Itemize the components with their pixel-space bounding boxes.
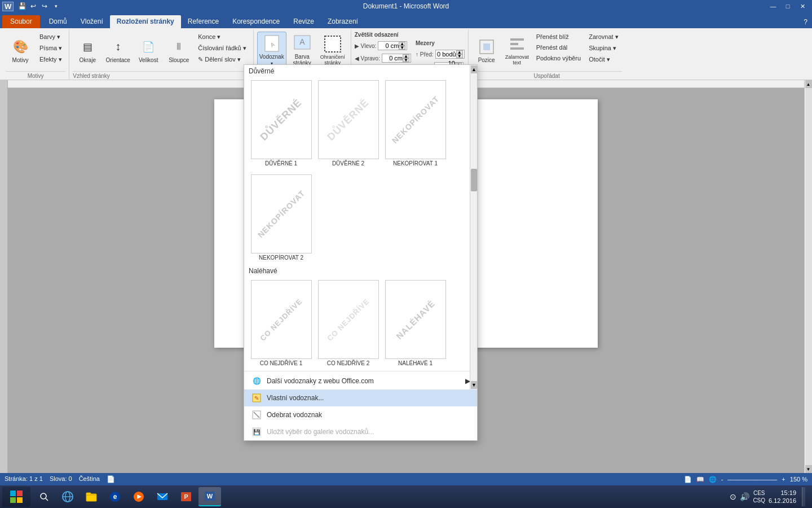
zoom-in-btn[interactable]: + [782, 476, 785, 483]
svg-rect-7 [510, 38, 524, 41]
lang-icon: 📄 [107, 475, 115, 483]
vodoznak-btn[interactable]: A Vodoznak ▾ [257, 32, 286, 68]
tab-korespondence[interactable]: Korespondence [226, 15, 286, 28]
taskbar-mail[interactable] [151, 487, 174, 506]
nekopirovat2-thumb[interactable]: NEKOPÍROVAT NEKOPÍROVAT 2 [249, 173, 314, 262]
ohraniceni-stranky-btn[interactable]: Ohraničení stránky [318, 32, 347, 68]
nekopirovat1-preview: NEKOPÍROVAT [385, 80, 446, 159]
zarovnat-btn[interactable]: Zarovnat ▾ [585, 32, 621, 42]
nekopirovat1-thumb[interactable]: NEKOPÍROVAT NEKOPÍROVAT 1 [383, 78, 448, 168]
view-normal-icon[interactable]: 📄 [684, 476, 692, 483]
redo-qat-btn[interactable]: ↪ [39, 1, 50, 11]
zalamovat-text-btn[interactable]: Zalamovat text [502, 32, 532, 68]
zoom-out-btn[interactable]: - [721, 476, 723, 483]
duvernne2-thumb[interactable]: DŮVĚRNÉ DŮVĚRNÉ 2 [316, 78, 381, 168]
language: Čeština [79, 475, 100, 483]
maximize-btn[interactable]: □ [780, 0, 795, 12]
sloupce-btn[interactable]: ⫴ Sloupce [164, 32, 193, 68]
tray-show-desktop[interactable] [802, 487, 805, 506]
podokno-label: Podokno výběru [536, 55, 581, 62]
barva-stranky-btn[interactable]: A Barva stránky [288, 32, 317, 68]
svg-text:W: W [207, 493, 213, 500]
vpravo-down[interactable]: ▼ [403, 58, 409, 62]
minimize-btn[interactable]: — [766, 0, 780, 12]
view-web-icon[interactable]: 🌐 [709, 476, 717, 483]
velikost-btn[interactable]: 📄 Velikost [134, 32, 163, 68]
barvy-btn[interactable]: Barvy ▾ [36, 32, 65, 42]
tab-vlozeni[interactable]: Vložení [74, 15, 110, 28]
pozice-btn[interactable]: Pozice [472, 32, 501, 68]
velikost-label: Velikost [139, 57, 158, 63]
dropdown-scroll-area: Důvěrné DŮVĚRNÉ DŮVĚRNÉ 1 DŮVĚRNÉ DŮVĚRN… [244, 65, 477, 370]
ribbon-tabs: Soubor Domů Vložení Rozložení stránky Re… [0, 12, 812, 28]
conejdrive1-thumb[interactable]: CO NEJDŘÍVE CO NEJDŘÍVE 1 [249, 278, 314, 368]
taskbar-word[interactable]: W [198, 487, 221, 506]
help-btn[interactable]: ? [799, 16, 812, 28]
skupina-label: Skupina ▾ [589, 45, 616, 52]
save-qat-btn[interactable]: 💾 [17, 1, 27, 11]
dropdown-scrollbar[interactable]: ▲ ▼ [470, 65, 477, 389]
taskbar-ie2[interactable]: e [104, 487, 126, 506]
pisma-btn[interactable]: Písma ▾ [36, 43, 65, 54]
svg-rect-8 [510, 43, 518, 45]
title-bar: W 💾 ↩ ↪ ▾ Dokument1 - Microsoft Word — □… [0, 0, 812, 12]
tab-rozlozeni-stranky[interactable]: Rozložení stránky [110, 15, 181, 28]
orientace-btn[interactable]: ↕ Orientace [103, 32, 133, 68]
ulozit-label: Uložit výběr do galerie vodoznaků... [267, 428, 374, 436]
duvernne1-thumb[interactable]: DŮVĚRNÉ DŮVĚRNÉ 1 [249, 78, 314, 168]
cislovani-label: Číslování řádků ▾ [198, 45, 246, 52]
duvernne2-preview: DŮVĚRNÉ [318, 80, 379, 159]
tab-zobrazeni[interactable]: Zobrazení [321, 15, 365, 28]
motivy-btn[interactable]: 🎨 Motivy [6, 32, 35, 68]
pisma-label: Písma ▾ [39, 45, 62, 52]
watermark-dropdown: Důvěrné DŮVĚRNÉ DŮVĚRNÉ 1 DŮVĚRNÉ DŮVĚRN… [244, 64, 478, 441]
deleni-slov-btn[interactable]: ✎ Dělení slov ▾ [195, 54, 249, 65]
tray-clock[interactable]: 15:19 6.12.2016 [769, 489, 796, 505]
vlevo-down[interactable]: ▼ [399, 46, 405, 50]
vlastni-vodoznak-item[interactable]: ✎ Vlastní vodoznak... [244, 389, 477, 406]
konce-btn[interactable]: Konce ▾ [195, 32, 249, 42]
tray-network-icon[interactable]: ⊙ [730, 492, 736, 501]
cislovani-radku-btn[interactable]: Číslování řádků ▾ [195, 43, 249, 54]
ulozit-icon: 💾 [251, 426, 262, 437]
ohraniceni-label: Ohraničení stránky [320, 54, 346, 65]
dalsi-vodoznaky-item[interactable]: 🌐 Další vodoznaky z webu Office.com ▶ [244, 373, 477, 389]
vlevo-input[interactable]: 0 cm ▲▼ [378, 41, 407, 50]
prenest-dal-btn[interactable]: Přenést dál [533, 42, 585, 52]
zoom-slider[interactable]: ———————— [727, 476, 777, 483]
view-reading-icon[interactable]: 📖 [696, 476, 704, 483]
undo-qat-btn[interactable]: ↩ [28, 1, 38, 11]
otocit-btn[interactable]: Otočit ▾ [585, 54, 621, 65]
okraje-btn[interactable]: ▤ Okraje [73, 32, 102, 68]
tab-revize[interactable]: Revize [286, 15, 321, 28]
taskbar-explorer[interactable] [80, 487, 103, 506]
taskbar-media[interactable] [127, 487, 150, 506]
zarovnat-label: Zarovnat ▾ [589, 33, 618, 41]
vlastni-icon: ✎ [251, 392, 262, 404]
vpravo-input[interactable]: 0 cm ▲▼ [382, 54, 411, 63]
skupina-btn[interactable]: Skupina ▾ [585, 43, 621, 54]
podokno-vyberu-btn[interactable]: Podokno výběru [533, 53, 585, 63]
odebrat-vodoznak-item[interactable]: Odebrat vodoznak [244, 406, 477, 423]
close-btn[interactable]: ✕ [795, 0, 810, 12]
start-button[interactable] [2, 487, 30, 507]
taskbar-ie[interactable] [56, 487, 79, 506]
prenest-bliz-btn[interactable]: Přenést blíž [533, 32, 585, 42]
tab-domu[interactable]: Domů [42, 15, 74, 28]
tab-soubor[interactable]: Soubor [2, 15, 40, 28]
tray-volume-icon[interactable]: 🔊 [740, 492, 749, 501]
pred-down[interactable]: ▼ [456, 54, 463, 58]
taskbar-search[interactable] [33, 487, 55, 506]
pred-input[interactable]: 0 bodů ▲▼ [435, 50, 465, 59]
efekty-btn[interactable]: Efekty ▾ [36, 54, 65, 65]
motivy-label: Motivy [12, 57, 29, 63]
duvernne1-preview: DŮVĚRNÉ [251, 80, 312, 159]
vertical-scrollbar[interactable]: ▲ ▼ [804, 80, 812, 473]
qat-dropdown-btn[interactable]: ▾ [51, 1, 61, 11]
svg-text:💾: 💾 [253, 428, 261, 436]
nalehave1-thumb[interactable]: NALÉHAVÉ NALÉHAVÉ 1 [383, 278, 448, 368]
taskbar-powerpoint[interactable]: P [175, 487, 197, 506]
conejdrive2-thumb[interactable]: CO NEJDŘÍVE CO NEJDŘÍVE 2 [316, 278, 381, 368]
tab-reference[interactable]: Reference [181, 15, 226, 28]
barva-stranky-icon: A [293, 34, 311, 52]
